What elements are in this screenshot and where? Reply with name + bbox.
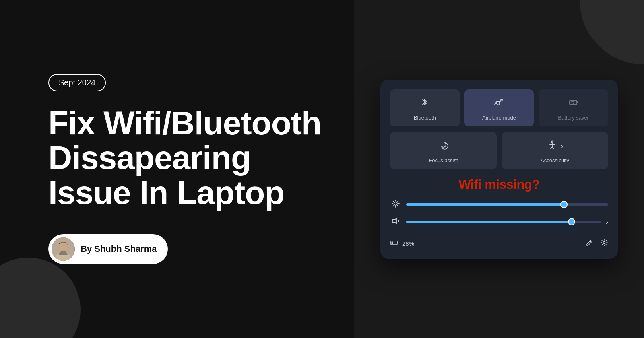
accessibility-row: › bbox=[547, 139, 564, 153]
brightness-fill bbox=[406, 203, 564, 206]
main-title: Fix Wifi/Bluetooth Dissapearing Issue In… bbox=[48, 106, 322, 210]
airplane-icon bbox=[493, 97, 505, 111]
bottom-action-icons bbox=[586, 239, 608, 249]
svg-line-18 bbox=[393, 205, 394, 206]
accessibility-expand-arrow[interactable]: › bbox=[561, 142, 564, 150]
accessibility-icon bbox=[547, 139, 558, 153]
title-line2: Dissapearing bbox=[48, 139, 251, 176]
volume-expand-arrow[interactable]: › bbox=[606, 218, 608, 226]
title-line3: Issue In Laptop bbox=[48, 174, 284, 211]
bluetooth-tile[interactable]: Bluetooth bbox=[390, 89, 460, 126]
bottom-bar: 28% bbox=[390, 234, 608, 249]
battery-saver-label: Battery saver bbox=[558, 115, 589, 121]
svg-rect-21 bbox=[397, 242, 398, 243]
author-card: By Shubh Sharma bbox=[48, 234, 168, 264]
accessibility-label: Accessibility bbox=[541, 157, 569, 163]
quick-settings-row1: Bluetooth Airplane mode bbox=[390, 89, 608, 126]
deco-top-right-circle bbox=[580, 0, 644, 64]
focus-assist-tile[interactable]: Focus assist bbox=[390, 132, 497, 169]
author-name: By Shubh Sharma bbox=[80, 244, 157, 254]
svg-point-10 bbox=[394, 202, 397, 205]
battery-info: 28% bbox=[390, 238, 414, 249]
title-line1: Fix Wifi/Bluetooth bbox=[48, 105, 321, 141]
author-avatar bbox=[52, 237, 75, 261]
airplane-mode-label: Airplane mode bbox=[482, 115, 516, 121]
svg-marker-19 bbox=[392, 218, 397, 224]
left-panel: Sept 2024 Fix Wifi/Bluetooth Dissapearin… bbox=[0, 0, 354, 338]
bluetooth-label: Bluetooth bbox=[414, 115, 436, 121]
focus-assist-label: Focus assist bbox=[429, 157, 458, 163]
brightness-thumb[interactable] bbox=[560, 201, 568, 208]
svg-line-17 bbox=[398, 201, 398, 202]
wifi-missing-text: Wifi missing? bbox=[390, 177, 608, 192]
bluetooth-icon bbox=[419, 97, 430, 111]
svg-rect-3 bbox=[570, 100, 577, 105]
brightness-icon bbox=[390, 199, 401, 210]
brightness-slider-row bbox=[390, 199, 608, 210]
settings-icon[interactable] bbox=[600, 239, 608, 249]
battery-percent-text: 28% bbox=[402, 240, 414, 247]
volume-icon bbox=[390, 216, 401, 227]
svg-line-8 bbox=[551, 147, 552, 149]
airplane-mode-tile[interactable]: Airplane mode bbox=[464, 89, 534, 126]
date-badge: Sept 2024 bbox=[48, 74, 106, 91]
battery-status-icon bbox=[390, 238, 399, 249]
accessibility-tile-content: › Accessibility bbox=[508, 139, 602, 163]
windows-quick-settings-panel: Bluetooth Airplane mode bbox=[380, 80, 618, 259]
svg-line-15 bbox=[393, 201, 394, 202]
quick-settings-row2: Focus assist bbox=[390, 132, 608, 169]
focus-assist-icon bbox=[438, 139, 449, 153]
edit-icon[interactable] bbox=[586, 239, 594, 249]
volume-thumb[interactable] bbox=[568, 218, 575, 225]
right-panel: Bluetooth Airplane mode bbox=[354, 0, 644, 338]
battery-saver-tile[interactable]: Battery saver bbox=[539, 89, 608, 126]
svg-point-24 bbox=[603, 241, 605, 243]
battery-saver-icon bbox=[568, 97, 579, 111]
volume-track[interactable] bbox=[406, 221, 601, 223]
svg-line-9 bbox=[552, 147, 554, 149]
volume-fill bbox=[406, 221, 572, 223]
date-text: Sept 2024 bbox=[59, 78, 95, 87]
page: Sept 2024 Fix Wifi/Bluetooth Dissapearin… bbox=[0, 0, 644, 338]
svg-rect-22 bbox=[392, 241, 393, 244]
svg-line-16 bbox=[398, 205, 398, 206]
svg-rect-4 bbox=[577, 101, 578, 103]
volume-slider-row: › bbox=[390, 216, 608, 227]
accessibility-tile[interactable]: › Accessibility bbox=[502, 132, 608, 169]
brightness-track[interactable] bbox=[406, 203, 608, 206]
